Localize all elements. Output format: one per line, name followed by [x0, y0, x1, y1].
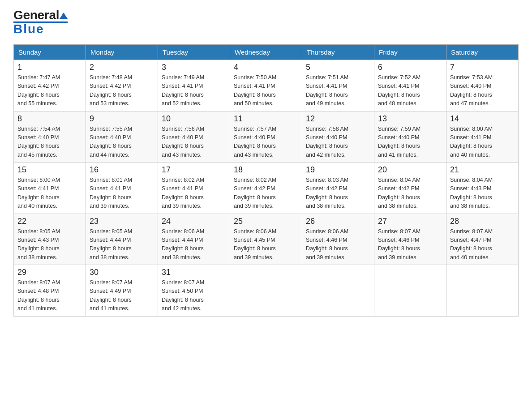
- calendar-cell: 21 Sunrise: 8:04 AMSunset: 4:43 PMDaylig…: [446, 163, 519, 214]
- calendar-cell: 29 Sunrise: 8:07 AMSunset: 4:48 PMDaylig…: [14, 265, 86, 317]
- day-number: 16: [90, 165, 154, 175]
- calendar-week-row: 8 Sunrise: 7:54 AMSunset: 4:40 PMDayligh…: [14, 111, 519, 163]
- calendar-week-row: 15 Sunrise: 8:00 AMSunset: 4:41 PMDaylig…: [14, 163, 519, 214]
- calendar-cell: 26 Sunrise: 8:06 AMSunset: 4:46 PMDaylig…: [302, 214, 374, 265]
- calendar-cell: 15 Sunrise: 8:00 AMSunset: 4:41 PMDaylig…: [14, 163, 86, 214]
- day-info: Sunrise: 8:06 AMSunset: 4:46 PMDaylight:…: [306, 228, 348, 261]
- calendar-cell: 5 Sunrise: 7:51 AMSunset: 4:41 PMDayligh…: [302, 60, 374, 111]
- calendar-cell: 22 Sunrise: 8:05 AMSunset: 4:43 PMDaylig…: [14, 214, 86, 265]
- column-header-friday: Friday: [374, 45, 446, 60]
- day-info: Sunrise: 8:07 AMSunset: 4:48 PMDaylight:…: [17, 279, 60, 312]
- day-info: Sunrise: 8:06 AMSunset: 4:44 PMDaylight:…: [162, 228, 204, 261]
- calendar-cell: 24 Sunrise: 8:06 AMSunset: 4:44 PMDaylig…: [158, 214, 230, 265]
- column-header-sunday: Sunday: [14, 45, 86, 60]
- column-header-wednesday: Wednesday: [230, 45, 302, 60]
- day-number: 25: [234, 217, 298, 226]
- day-info: Sunrise: 8:03 AMSunset: 4:42 PMDaylight:…: [306, 177, 348, 209]
- day-number: 4: [234, 63, 298, 72]
- day-info: Sunrise: 8:05 AMSunset: 4:44 PMDaylight:…: [90, 228, 132, 261]
- day-number: 30: [90, 268, 154, 277]
- calendar-cell: 6 Sunrise: 7:52 AMSunset: 4:41 PMDayligh…: [374, 60, 446, 111]
- day-info: Sunrise: 8:02 AMSunset: 4:42 PMDaylight:…: [234, 177, 276, 209]
- calendar-header-row: SundayMondayTuesdayWednesdayThursdayFrid…: [14, 45, 519, 60]
- calendar-cell: 3 Sunrise: 7:49 AMSunset: 4:41 PMDayligh…: [158, 60, 230, 111]
- day-number: 27: [378, 217, 442, 226]
- day-info: Sunrise: 8:06 AMSunset: 4:45 PMDaylight:…: [234, 228, 276, 261]
- day-number: 13: [378, 114, 442, 124]
- day-info: Sunrise: 8:07 AMSunset: 4:49 PMDaylight:…: [90, 279, 132, 312]
- calendar-cell: 13 Sunrise: 7:59 AMSunset: 4:40 PMDaylig…: [374, 111, 446, 163]
- day-number: 12: [306, 114, 370, 124]
- day-number: 3: [162, 63, 226, 72]
- calendar-cell: [374, 265, 446, 317]
- calendar-week-row: 29 Sunrise: 8:07 AMSunset: 4:48 PMDaylig…: [14, 265, 519, 317]
- day-info: Sunrise: 8:07 AMSunset: 4:50 PMDaylight:…: [162, 279, 204, 312]
- calendar-week-row: 1 Sunrise: 7:47 AMSunset: 4:42 PMDayligh…: [14, 60, 519, 111]
- day-number: 19: [306, 165, 370, 175]
- calendar-week-row: 22 Sunrise: 8:05 AMSunset: 4:43 PMDaylig…: [14, 214, 519, 265]
- column-header-tuesday: Tuesday: [158, 45, 230, 60]
- column-header-saturday: Saturday: [446, 45, 519, 60]
- calendar-cell: 9 Sunrise: 7:55 AMSunset: 4:40 PMDayligh…: [86, 111, 158, 163]
- svg-marker-0: [60, 13, 68, 19]
- day-info: Sunrise: 8:01 AMSunset: 4:41 PMDaylight:…: [90, 177, 132, 209]
- calendar-cell: 11 Sunrise: 7:57 AMSunset: 4:40 PMDaylig…: [230, 111, 302, 163]
- day-info: Sunrise: 8:05 AMSunset: 4:43 PMDaylight:…: [17, 228, 60, 261]
- logo-blue-line: Blue: [13, 21, 68, 35]
- calendar-cell: 28 Sunrise: 8:07 AMSunset: 4:47 PMDaylig…: [446, 214, 519, 265]
- day-number: 23: [90, 217, 154, 226]
- day-number: 17: [162, 165, 226, 175]
- column-header-monday: Monday: [86, 45, 158, 60]
- day-info: Sunrise: 7:55 AMSunset: 4:40 PMDaylight:…: [90, 126, 132, 158]
- calendar-cell: 16 Sunrise: 8:01 AMSunset: 4:41 PMDaylig…: [86, 163, 158, 214]
- day-number: 2: [90, 63, 154, 72]
- calendar-cell: 12 Sunrise: 7:58 AMSunset: 4:40 PMDaylig…: [302, 111, 374, 163]
- day-number: 11: [234, 114, 298, 124]
- calendar-cell: 14 Sunrise: 8:00 AMSunset: 4:41 PMDaylig…: [446, 111, 519, 163]
- day-number: 31: [162, 268, 226, 277]
- calendar-cell: [446, 265, 519, 317]
- calendar-cell: 10 Sunrise: 7:56 AMSunset: 4:40 PMDaylig…: [158, 111, 230, 163]
- day-number: 28: [450, 217, 515, 226]
- day-info: Sunrise: 8:02 AMSunset: 4:41 PMDaylight:…: [162, 177, 204, 209]
- day-number: 29: [17, 268, 82, 277]
- day-number: 9: [90, 114, 154, 124]
- calendar-cell: 31 Sunrise: 8:07 AMSunset: 4:50 PMDaylig…: [158, 265, 230, 317]
- day-number: 10: [162, 114, 226, 124]
- calendar-cell: 18 Sunrise: 8:02 AMSunset: 4:42 PMDaylig…: [230, 163, 302, 214]
- calendar-cell: 25 Sunrise: 8:06 AMSunset: 4:45 PMDaylig…: [230, 214, 302, 265]
- day-number: 20: [378, 165, 442, 175]
- calendar-cell: 1 Sunrise: 7:47 AMSunset: 4:42 PMDayligh…: [14, 60, 86, 111]
- calendar-cell: 17 Sunrise: 8:02 AMSunset: 4:41 PMDaylig…: [158, 163, 230, 214]
- calendar-table: SundayMondayTuesdayWednesdayThursdayFrid…: [13, 44, 519, 317]
- day-info: Sunrise: 7:52 AMSunset: 4:41 PMDaylight:…: [378, 74, 420, 107]
- day-info: Sunrise: 8:04 AMSunset: 4:43 PMDaylight:…: [450, 177, 493, 209]
- calendar-cell: 4 Sunrise: 7:50 AMSunset: 4:41 PMDayligh…: [230, 60, 302, 111]
- calendar-cell: 20 Sunrise: 8:04 AMSunset: 4:42 PMDaylig…: [374, 163, 446, 214]
- calendar-cell: 27 Sunrise: 8:07 AMSunset: 4:46 PMDaylig…: [374, 214, 446, 265]
- logo-triangle-icon: [60, 9, 68, 22]
- day-number: 8: [17, 114, 82, 124]
- day-number: 7: [450, 63, 515, 72]
- day-info: Sunrise: 7:50 AMSunset: 4:41 PMDaylight:…: [234, 74, 276, 107]
- day-info: Sunrise: 7:58 AMSunset: 4:40 PMDaylight:…: [306, 126, 348, 158]
- day-info: Sunrise: 7:56 AMSunset: 4:40 PMDaylight:…: [162, 126, 204, 158]
- day-number: 5: [306, 63, 370, 72]
- page-header: General Blue: [13, 9, 519, 35]
- logo: General Blue: [13, 9, 68, 35]
- calendar-cell: 2 Sunrise: 7:48 AMSunset: 4:42 PMDayligh…: [86, 60, 158, 111]
- day-number: 1: [17, 63, 82, 72]
- day-info: Sunrise: 8:07 AMSunset: 4:47 PMDaylight:…: [450, 228, 493, 261]
- logo-general-line: General: [13, 9, 68, 21]
- day-info: Sunrise: 7:48 AMSunset: 4:42 PMDaylight:…: [90, 74, 132, 107]
- day-info: Sunrise: 7:57 AMSunset: 4:40 PMDaylight:…: [234, 126, 276, 158]
- day-info: Sunrise: 8:00 AMSunset: 4:41 PMDaylight:…: [17, 177, 60, 209]
- day-info: Sunrise: 8:04 AMSunset: 4:42 PMDaylight:…: [378, 177, 420, 209]
- day-info: Sunrise: 7:53 AMSunset: 4:40 PMDaylight:…: [450, 74, 493, 107]
- day-info: Sunrise: 8:00 AMSunset: 4:41 PMDaylight:…: [450, 126, 493, 158]
- day-info: Sunrise: 7:49 AMSunset: 4:41 PMDaylight:…: [162, 74, 204, 107]
- day-number: 26: [306, 217, 370, 226]
- day-number: 6: [378, 63, 442, 72]
- calendar-cell: [302, 265, 374, 317]
- day-info: Sunrise: 7:59 AMSunset: 4:40 PMDaylight:…: [378, 126, 420, 158]
